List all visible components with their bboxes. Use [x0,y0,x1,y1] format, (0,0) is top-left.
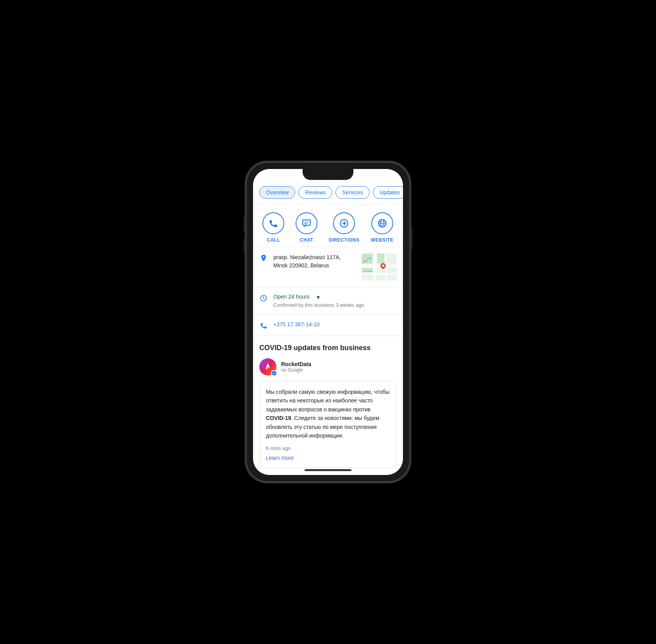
address-line1: prasp. Niezalieżnasci 117A, [273,253,356,262]
covid-title: COVID-19 updates from business [259,344,397,352]
directions-label: DIRECTIONS [329,237,360,243]
notch [303,169,353,180]
chat-icon [301,218,312,228]
website-icon-circle [371,212,393,234]
address-content: prasp. Niezalieżnasci 117A, Minsk 220902… [273,253,356,270]
call-button[interactable]: CALL [262,212,284,243]
svg-rect-10 [362,264,397,267]
phone-row-icon [259,322,268,329]
directions-icon [339,218,349,228]
directions-icon-circle [333,212,355,234]
globe-icon [377,218,387,228]
avatar [259,358,276,375]
tabs-row: Overview Reviews Services Updates [253,181,403,205]
svg-rect-12 [362,273,397,275]
confirmed-text: Confirmed by this business 3 weeks ago [273,302,397,308]
clock-icon [259,294,268,302]
website-label: WEBSITE [371,237,393,243]
call-icon-circle [262,212,284,234]
covid-text-1: Мы собрали самую свежую информацию, чтоб… [266,389,389,413]
tab-reviews[interactable]: Reviews [298,186,332,199]
phone-row[interactable]: +375 17 367-14-10 [253,315,403,336]
business-row: RocketData on Google [259,358,397,375]
hours-status-row: Open 24 hours ▾ [273,294,397,301]
phone-frame: Overview Reviews Services Updates CALL [246,162,410,482]
address-row[interactable]: prasp. Niezalieżnasci 117A, Minsk 220902… [253,247,403,287]
svg-rect-11 [373,253,376,281]
learn-more-link[interactable]: Learn more [266,455,294,461]
phone-screen: Overview Reviews Services Updates CALL [253,169,403,475]
location-icon [259,254,268,262]
chat-button[interactable]: CHAT [296,212,317,243]
svg-text:prasp. Niezali: prasp. Niezali [364,270,373,272]
hours-content: Open 24 hours ▾ Confirmed by this busine… [273,294,397,308]
power-button [410,226,412,250]
website-button[interactable]: WEBSITE [371,212,393,243]
home-indicator [305,469,351,471]
volume-down-button [244,238,246,254]
chevron-down-icon: ▾ [317,294,320,301]
chat-icon-circle [296,212,317,234]
map-svg: vulica Kied prasp. Niezali [362,253,397,281]
tab-overview[interactable]: Overview [259,186,295,199]
covid-section: COVID-19 updates from business [253,336,403,475]
covid-post-text: Мы собрали самую свежую информацию, чтоб… [266,388,390,440]
svg-rect-15 [377,253,384,263]
hours-row[interactable]: Open 24 hours ▾ Confirmed by this busine… [253,287,403,315]
checkmark-icon [273,372,276,375]
phone-number: +375 17 367-14-10 [273,321,320,327]
business-info: RocketData on Google [281,361,311,373]
covid-timestamp: 6 mins ago [266,445,390,451]
action-buttons-row: CALL CHAT [253,205,403,247]
address-line2: Minsk 220902, Belarus [273,262,356,270]
verified-badge [271,370,277,376]
tab-services[interactable]: Services [335,186,370,199]
volume-up-button [244,217,246,232]
chat-label: CHAT [300,237,313,243]
phone-icon [268,218,278,228]
svg-rect-0 [303,220,310,225]
covid-card: Мы собрали самую свежую информацию, чтоб… [259,381,397,468]
business-name: RocketData [281,361,311,367]
map-thumbnail[interactable]: vulica Kied prasp. Niezali [362,253,397,281]
call-label: CALL [267,237,280,243]
covid-bold: COVID-19 [266,415,291,421]
tab-updates[interactable]: Updates [373,186,403,199]
directions-button[interactable]: DIRECTIONS [329,212,360,243]
open-status: Open 24 hours [273,294,310,300]
business-sub: on Google [281,367,311,373]
screen-content: Overview Reviews Services Updates CALL [253,169,403,475]
svg-point-26 [267,365,269,367]
phone-content: +375 17 367-14-10 [273,321,397,328]
